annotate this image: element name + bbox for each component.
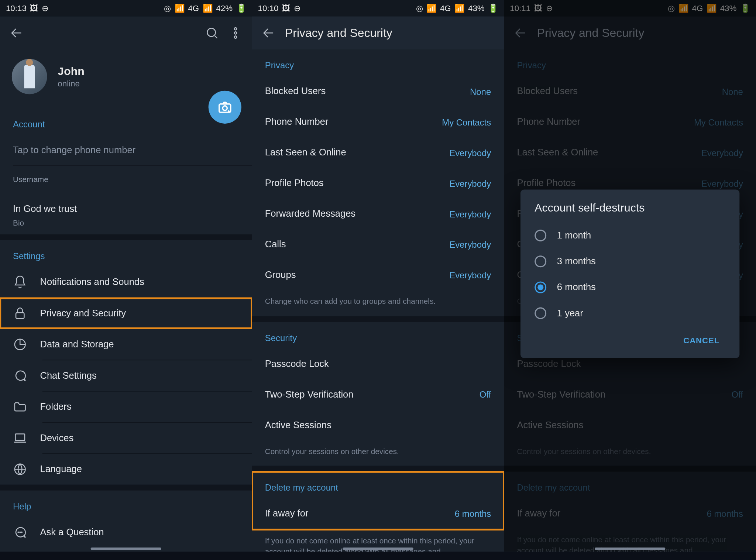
svg-point-2 — [234, 32, 237, 34]
setting-row[interactable]: Profile PhotosEverybody — [252, 168, 504, 199]
profile-header[interactable]: John online — [0, 49, 252, 109]
back-icon[interactable] — [261, 26, 275, 40]
row-label: Profile Photos — [265, 178, 324, 189]
settings-item-privacy[interactable]: Privacy and Security — [0, 298, 252, 329]
back-icon[interactable] — [10, 26, 24, 40]
radio-option[interactable]: 6 months — [535, 274, 725, 300]
radio-label: 1 year — [557, 308, 583, 319]
avatar[interactable] — [12, 59, 47, 95]
setting-row[interactable]: Two-Step VerificationOff — [252, 379, 504, 409]
username-label: Username — [13, 175, 48, 184]
setting-row[interactable]: Blocked UsersNone — [252, 76, 504, 107]
bio-value: In God we trust — [13, 204, 77, 214]
setting-row[interactable]: CallsEverybody — [252, 229, 504, 260]
svg-point-11 — [20, 532, 20, 533]
if-away-value: 6 months — [455, 508, 491, 518]
row-label: Two-Step Verification — [265, 389, 354, 400]
row-label: Phone Number — [265, 117, 329, 127]
setting-row[interactable]: Forwarded MessagesEverybody — [252, 199, 504, 229]
settings-item-devices[interactable]: Devices — [0, 423, 252, 453]
row-label: Passcode Lock — [265, 358, 329, 369]
settings-item-data[interactable]: Data and Storage — [0, 329, 252, 360]
username-row[interactable]: Username — [0, 166, 252, 197]
if-away-label: If away for — [265, 508, 309, 519]
pie-icon — [13, 337, 27, 351]
radio-label: 3 months — [557, 256, 596, 267]
row-label: Active Sessions — [265, 420, 331, 430]
row-value: Everybody — [449, 148, 491, 158]
clock: 10:10 — [258, 4, 279, 13]
row-value: Everybody — [449, 270, 491, 280]
status-bar: 10:13 🖼 ⊖ ◎📶4G📶42%🔋 — [0, 0, 252, 17]
settings-label: Chat Settings — [40, 370, 96, 381]
settings-item-language[interactable]: Language — [0, 454, 252, 485]
row-label: Calls — [265, 239, 286, 250]
bio-row[interactable]: In God we trust Bio — [0, 197, 252, 234]
search-icon[interactable] — [205, 26, 219, 40]
home-indicator[interactable] — [91, 547, 161, 550]
phone-row[interactable]: Tap to change phone number — [0, 135, 252, 165]
svg-point-1 — [234, 28, 237, 30]
settings-item-chat[interactable]: Chat Settings — [0, 360, 252, 391]
svg-point-12 — [21, 532, 22, 533]
radio-option[interactable]: 3 months — [535, 248, 725, 274]
dialog-title: Account self-destructs — [535, 201, 725, 214]
setting-row[interactable]: Last Seen & OnlineEverybody — [252, 137, 504, 168]
row-label: Last Seen & Online — [265, 147, 346, 158]
radio-icon — [535, 255, 546, 267]
laptop-icon — [13, 431, 27, 445]
chat-dots-icon — [13, 525, 27, 539]
setting-row[interactable]: GroupsEverybody — [252, 260, 504, 290]
radio-icon — [535, 308, 546, 319]
help-ask[interactable]: Ask a Question — [0, 517, 252, 547]
svg-point-3 — [234, 36, 237, 38]
more-icon[interactable] — [228, 26, 243, 40]
delete-header: Delete my account — [252, 472, 504, 498]
self-destruct-dialog: Account self-destructs 1 month3 months6 … — [520, 190, 739, 358]
svg-point-5 — [223, 106, 227, 110]
help-label: Ask a Question — [40, 527, 104, 538]
settings-item-folders[interactable]: Folders — [0, 392, 252, 422]
setting-row[interactable]: Passcode Lock — [252, 348, 504, 379]
row-value: Everybody — [449, 239, 491, 249]
radio-option[interactable]: 1 month — [535, 223, 725, 248]
globe-icon — [13, 462, 27, 476]
row-value: My Contacts — [442, 117, 491, 127]
camera-fab[interactable] — [209, 91, 241, 124]
setting-row[interactable]: Active Sessions — [252, 409, 504, 440]
settings-label: Notifications and Sounds — [40, 277, 144, 288]
row-value: Off — [480, 389, 491, 399]
radio-option[interactable]: 1 year — [535, 300, 725, 326]
folder-icon — [13, 400, 27, 414]
clock: 10:13 — [6, 4, 27, 13]
app-bar: Privacy and Security — [252, 17, 504, 49]
battery-label: 43% — [468, 4, 485, 13]
page-title: Privacy and Security — [285, 26, 392, 40]
row-label: Forwarded Messages — [265, 209, 355, 219]
svg-rect-8 — [15, 434, 25, 441]
screen-privacy: 10:10 🖼 ⊖ ◎📶4G📶43%🔋 Privacy and Security… — [252, 0, 504, 552]
screen-privacy-dialog: 10:11 🖼 ⊖ ◎📶4G📶43%🔋 Privacy and Security… — [504, 0, 756, 552]
radio-label: 1 month — [557, 230, 591, 241]
home-indicator[interactable] — [343, 547, 413, 550]
settings-label: Data and Storage — [40, 339, 114, 350]
net-label: 4G — [188, 4, 199, 13]
settings-label: Folders — [40, 402, 71, 412]
profile-status: online — [58, 79, 84, 89]
home-indicator[interactable] — [595, 547, 665, 550]
app-bar — [0, 17, 252, 49]
if-away-row[interactable]: If away for 6 months — [252, 498, 504, 529]
chat-icon — [13, 368, 27, 382]
svg-point-10 — [18, 532, 19, 533]
settings-item-notifications[interactable]: Notifications and Sounds — [0, 267, 252, 298]
setting-row[interactable]: Phone NumberMy Contacts — [252, 107, 504, 137]
profile-name: John — [58, 65, 84, 78]
privacy-hint: Change who can add you to groups and cha… — [252, 290, 504, 316]
row-value: Everybody — [449, 209, 491, 219]
row-label: Groups — [265, 270, 296, 281]
phone-hint: Tap to change phone number — [13, 145, 135, 155]
delete-highlight: Delete my account If away for 6 months — [252, 472, 504, 530]
settings-label: Language — [40, 464, 82, 475]
cancel-button[interactable]: CANCEL — [677, 331, 725, 350]
row-label: Blocked Users — [265, 86, 326, 97]
